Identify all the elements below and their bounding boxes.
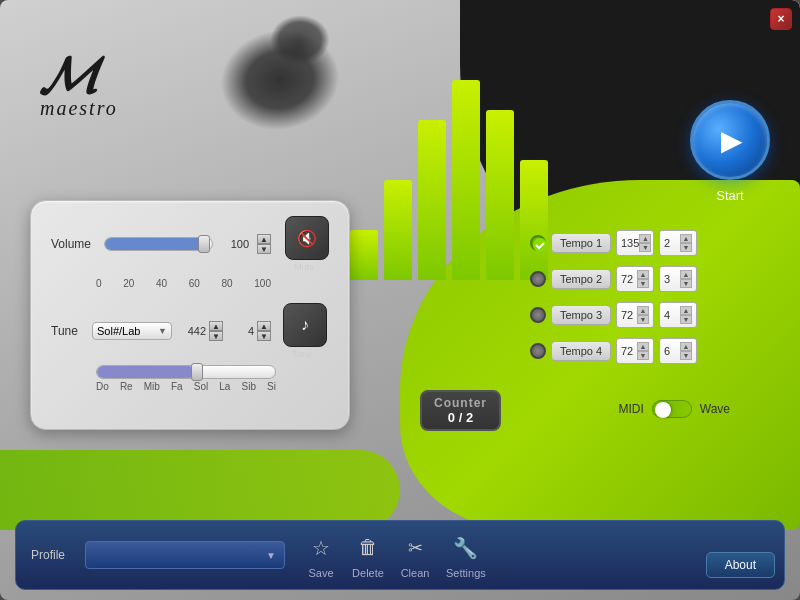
tempo-row-2: Tempo 2 72 ▲ ▼ 3 ▲ ▼ [530,266,790,292]
clean-button[interactable]: ✂ Clean [399,532,431,579]
tempo-2-spin: ▲ ▼ [637,270,649,288]
mute-button[interactable]: 🔇 [285,216,329,260]
tempo-3-beats: 4 ▲ ▼ [659,302,697,328]
logo-text: maestro [40,97,240,120]
midi-wave-row: MIDI Wave [618,400,730,418]
tune-octave-up[interactable]: ▲ [257,321,271,331]
tempo-3-button[interactable]: Tempo 3 [551,305,611,325]
volume-row: Volume 100 ▲ ▼ 🔇 Mute [51,216,329,272]
tune-octave-value: 4 [226,325,254,337]
tempo-2-spin-down[interactable]: ▼ [637,279,649,288]
settings-label: Settings [446,567,486,579]
tempo-3-beats-up[interactable]: ▲ [680,306,692,315]
tempo-1-spin-up[interactable]: ▲ [639,234,651,243]
tune-freq-up[interactable]: ▲ [209,321,223,331]
tune-freq-down[interactable]: ▼ [209,331,223,341]
toggle-knob [655,402,671,418]
volume-spin-up[interactable]: ▲ [257,234,271,244]
tempo-1-beats-down[interactable]: ▼ [680,243,692,252]
tune-row: Tune Sol#/Lab ▼ 442 ▲ ▼ 4 ▲ ▼ ♪ [51,303,329,359]
midi-wave-toggle[interactable] [652,400,692,418]
tempo-4-beats-down[interactable]: ▼ [680,351,692,360]
start-button[interactable] [690,100,770,180]
tempo-4-spin-down[interactable]: ▼ [637,351,649,360]
tune-label: Tune [51,324,86,338]
close-button[interactable]: × [770,8,792,30]
tempo-4-beats-spin: ▲ ▼ [680,342,692,360]
tune-octave-down[interactable]: ▼ [257,331,271,341]
tempo-4-beats-up[interactable]: ▲ [680,342,692,351]
volume-spin-down[interactable]: ▼ [257,244,271,254]
scale-80: 80 [222,278,233,289]
tune-freq-value: 442 [178,325,206,337]
tempo-1-beats: 2 ▲ ▼ [659,230,697,256]
tempo-4-spin-up[interactable]: ▲ [637,342,649,351]
tempo-4-bpm: 72 ▲ ▼ [616,338,654,364]
volume-slider-fill [105,238,207,250]
tempo-2-indicator[interactable] [530,271,546,287]
volume-value: 100 [221,238,249,250]
tune-select-arrow-icon: ▼ [158,326,167,336]
profile-select[interactable]: ▼ [85,541,285,569]
bar-3 [418,120,446,280]
volume-slider-container [104,237,213,251]
tune-btn-label: Tune [292,349,312,359]
tune-button[interactable]: ♪ [283,303,327,347]
tune-slider-track[interactable] [96,365,276,379]
tempo-4-indicator[interactable] [530,343,546,359]
tempo-1-indicator[interactable] [530,235,546,251]
scale-40: 40 [156,278,167,289]
tempo-3-indicator[interactable] [530,307,546,323]
clean-icon: ✂ [399,532,431,564]
tempo-3-beats-down[interactable]: ▼ [680,315,692,324]
volume-scale: 0 20 40 60 80 100 [51,276,271,295]
tempo-2-spin-up[interactable]: ▲ [637,270,649,279]
tempo-2-beats-up[interactable]: ▲ [680,270,692,279]
delete-icon: 🗑 [352,532,384,564]
tempo-3-bpm: 72 ▲ ▼ [616,302,654,328]
note-sib: Sib [242,381,256,392]
app-container: × 𝓜 maestro Start Volume 100 [0,0,800,600]
tune-note-icon: ♪ [301,316,309,334]
note-sol: Sol [194,381,208,392]
midi-label: MIDI [618,402,643,416]
tempo-4-beats: 6 ▲ ▼ [659,338,697,364]
tempo-1-spin-down[interactable]: ▼ [639,243,651,252]
tune-scale: Do Re Mib Fa Sol La Sib Si [51,379,276,392]
counter-box[interactable]: Counter 0 / 2 [420,390,501,431]
visualization-bars [350,60,550,280]
bar-4 [452,80,480,280]
tempo-2-beats-spin: ▲ ▼ [680,270,692,288]
tune-slider-thumb[interactable] [191,363,203,381]
delete-button[interactable]: 🗑 Delete [352,532,384,579]
tune-octave-spinners: ▲ ▼ [257,321,271,341]
tempo-area: Tempo 1 135 ▲ ▼ 2 ▲ ▼ Tempo 2 72 [530,230,790,374]
save-button[interactable]: ☆ Save [305,532,337,579]
volume-slider-thumb[interactable] [198,235,210,253]
tempo-2-bpm: 72 ▲ ▼ [616,266,654,292]
scale-0: 0 [96,278,102,289]
clean-label: Clean [401,567,430,579]
bar-5 [486,110,514,280]
tempo-3-spin-up[interactable]: ▲ [637,306,649,315]
settings-button[interactable]: 🔧 Settings [446,532,486,579]
volume-slider-track[interactable] [104,237,213,251]
tempo-1-button[interactable]: Tempo 1 [551,233,611,253]
tune-note-select[interactable]: Sol#/Lab ▼ [92,322,172,340]
tempo-2-button[interactable]: Tempo 2 [551,269,611,289]
tempo-2-beats-down[interactable]: ▼ [680,279,692,288]
note-fa: Fa [171,381,183,392]
tempo-1-beats-up[interactable]: ▲ [680,234,692,243]
tune-slider-fill [97,366,195,378]
volume-label: Volume [51,237,96,251]
tempo-3-spin-down[interactable]: ▼ [637,315,649,324]
settings-icon: 🔧 [450,532,482,564]
save-label: Save [308,567,333,579]
tempo-2-beats: 3 ▲ ▼ [659,266,697,292]
bar-2 [384,180,412,280]
about-button[interactable]: About [706,552,775,578]
tempo-4-button[interactable]: Tempo 4 [551,341,611,361]
tune-slider-row [51,365,276,379]
mute-icon: 🔇 [297,229,317,248]
tempo-1-check-icon [532,237,548,253]
